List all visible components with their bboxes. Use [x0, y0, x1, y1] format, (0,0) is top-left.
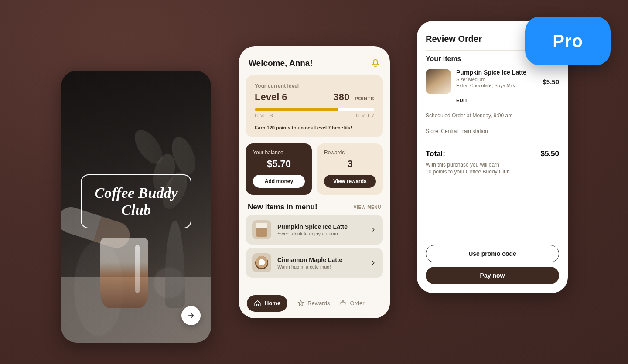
order-item-name: Pumpkin Spice Ice Latte	[456, 69, 537, 76]
home-icon	[254, 299, 261, 307]
store-text: Store: Central Train station	[426, 128, 559, 134]
nav-order-label: Order	[350, 300, 364, 306]
view-menu-link[interactable]: VIEW MENU	[354, 205, 381, 210]
menu-item-name: Cinnamon Maple Latte	[277, 256, 342, 263]
menu-item-sub: Sweet drink to enjoy autumn.	[277, 231, 348, 236]
nav-home-label: Home	[265, 300, 280, 306]
your-items-title: Your items	[426, 55, 461, 63]
app-title: Coffee Buddy Club	[89, 184, 183, 218]
level-card: Your current level Level 6 380 POINTS LE…	[246, 75, 383, 137]
notifications-button[interactable]	[371, 58, 380, 68]
points-number: 380	[334, 92, 350, 102]
earn-text-1: With this purchase you will earn	[426, 162, 559, 168]
earn-text-2: 10 points to your Coffee Buddy Club.	[426, 169, 559, 175]
home-screen: Welcome, Anna! Your current level Level …	[239, 46, 390, 318]
welcome-text: Welcome, Anna!	[249, 58, 313, 68]
pay-now-button[interactable]: Pay now	[426, 267, 559, 284]
menu-item-thumb	[252, 220, 271, 239]
basket-icon	[339, 299, 347, 307]
menu-item-name: Pumpkin Spice Ice Latte	[277, 223, 348, 230]
order-item-size: Size: Medium	[456, 77, 537, 82]
next-button[interactable]	[181, 306, 201, 325]
total-label: Total:	[426, 150, 445, 158]
nav-home[interactable]: Home	[247, 295, 287, 312]
balance-card: Your balance $5.70 Add money	[246, 143, 312, 195]
rewards-label: Rewards	[324, 150, 376, 156]
level-range-from: LEVEL 6	[255, 113, 273, 118]
rewards-card: Rewards 3 View rewards	[317, 143, 383, 195]
rewards-value: 3	[324, 158, 376, 170]
nav-order[interactable]: Order	[339, 299, 364, 307]
order-item-price: $5.50	[543, 78, 559, 85]
menu-item-thumb	[252, 253, 271, 272]
view-rewards-button[interactable]: View rewards	[324, 175, 376, 188]
pro-badge-label: Pro	[553, 31, 583, 51]
star-icon	[297, 299, 304, 307]
splash-screen: Coffee Buddy Club	[61, 71, 211, 343]
bottom-nav: Home Rewards Order	[239, 288, 390, 318]
menu-item[interactable]: Cinnamon Maple Latte Warm hug in a cute …	[246, 248, 383, 278]
order-item-extra: Extra: Chocolate, Soya Milk	[456, 83, 537, 88]
balance-value: $5.70	[253, 158, 305, 170]
level-value: Level 6	[255, 92, 287, 103]
menu-item-sub: Warm hug in a cute mug!	[277, 264, 342, 269]
divider	[426, 144, 559, 144]
order-item-thumb	[426, 69, 451, 94]
splash-title-box: Coffee Buddy Club	[81, 174, 191, 228]
menu-item[interactable]: Pumpkin Spice Ice Latte Sweet drink to e…	[246, 215, 383, 245]
points-value: 380 POINTS	[334, 92, 374, 103]
nav-rewards[interactable]: Rewards	[297, 299, 330, 307]
chevron-right-icon	[370, 259, 377, 266]
edit-item-link[interactable]: EDIT	[456, 98, 559, 103]
scheduled-text: Scheduled Order at Monday, 9:00 am	[426, 112, 559, 119]
bell-icon	[371, 58, 380, 68]
total-value: $5.50	[540, 150, 559, 158]
level-range-to: LEVEL 7	[356, 113, 374, 118]
promo-code-button[interactable]: Use promo code	[426, 245, 559, 262]
add-money-button[interactable]: Add money	[253, 175, 305, 188]
nav-rewards-label: Rewards	[307, 300, 330, 306]
chevron-right-icon	[370, 226, 377, 233]
arrow-right-icon	[187, 312, 195, 320]
level-label: Your current level	[255, 83, 374, 89]
balance-label: Your balance	[253, 150, 305, 156]
level-hint: Earn 120 points to unlock Level 7 benefi…	[255, 125, 374, 130]
order-item: Pumpkin Spice Ice Latte Size: Medium Ext…	[426, 69, 559, 94]
new-items-title: New items in menu!	[248, 203, 317, 211]
pro-badge: Pro	[525, 17, 611, 65]
level-progress	[255, 108, 374, 111]
points-unit: POINTS	[355, 96, 374, 101]
